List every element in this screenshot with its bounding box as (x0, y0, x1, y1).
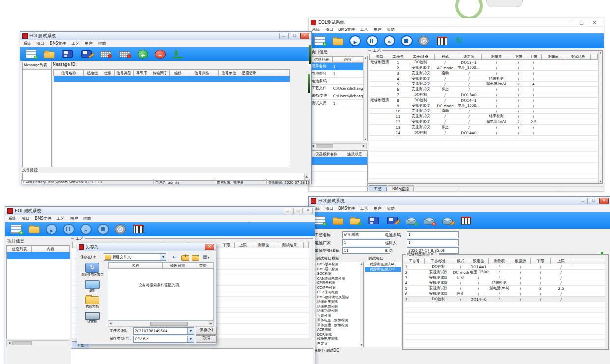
column-header[interactable]: 模式 (452, 258, 469, 264)
column-header[interactable]: 测量项 (489, 258, 510, 264)
table-row[interactable]: 4安规测试仪//结果检测/// (404, 280, 605, 286)
list-item[interactable]: ACR测试 (312, 328, 363, 333)
column-header[interactable]: 项目 (370, 54, 389, 60)
minimize-button[interactable]: ▁ (283, 208, 292, 214)
process-name-input[interactable]: 耐压测试 (342, 231, 390, 238)
menu-BMS文件[interactable]: BMS文件 (338, 27, 355, 32)
menu-系统[interactable]: 系统 (23, 41, 31, 46)
column-header[interactable]: 上限 (551, 258, 572, 264)
message-list-panel[interactable]: Message列表 (22, 62, 52, 167)
dialog-close-button[interactable]: × (205, 244, 214, 250)
menu-帮助[interactable]: 帮助 (387, 27, 394, 32)
table-row[interactable]: BMS文件C:\Users\lichangjiang\Desktop\ (311, 92, 364, 100)
column-header[interactable] (304, 242, 309, 248)
list-item[interactable]: SOC检测 (312, 272, 363, 277)
menu-BMS文件[interactable]: BMS文件 (35, 216, 51, 221)
menu-系统[interactable]: 系统 (8, 216, 16, 221)
column-header[interactable]: 测试结果 (276, 242, 304, 248)
minus-circle-icon[interactable] (155, 50, 166, 59)
column-header[interactable]: 信号属性 (186, 70, 218, 76)
db-edit-icon[interactable] (442, 219, 453, 225)
up-folder-icon[interactable] (181, 255, 189, 261)
close-button[interactable]: × (599, 198, 609, 204)
battery-model-input[interactable]: 11 (342, 247, 390, 254)
table-row[interactable]: 6安规测试仪停止//// (370, 87, 598, 92)
maximize-button[interactable]: ▢ (589, 198, 598, 204)
maximize-button[interactable]: ▢ (293, 208, 303, 214)
column-header[interactable]: 名称 (109, 263, 163, 269)
minimize-button[interactable]: ▁ (579, 198, 588, 204)
column-header[interactable]: 位数 (101, 70, 114, 76)
close-button[interactable]: × (300, 33, 309, 39)
stop-icon[interactable] (97, 224, 109, 235)
db-remove-icon[interactable] (424, 219, 435, 225)
place-recent-places[interactable]: 最近使用的项目 (79, 263, 106, 277)
list-item[interactable]: 绝缘电阻检测 (312, 305, 363, 309)
scroll-left-icon[interactable]: ◀ (7, 341, 12, 345)
pause-icon[interactable] (63, 224, 75, 235)
menu-用户[interactable]: 用户 (84, 41, 92, 46)
table-row[interactable] (54, 76, 290, 82)
list-item[interactable]: BMS故障读取及清除 (312, 295, 363, 300)
battery-barcode-input[interactable]: 1 (407, 231, 459, 238)
download-icon[interactable] (173, 50, 183, 58)
menu-用户[interactable]: 用户 (373, 27, 381, 32)
column-header[interactable]: 信号类型 (114, 70, 133, 76)
column-header[interactable] (276, 70, 289, 76)
close-button[interactable]: × (304, 208, 313, 214)
list-item[interactable]: 单体电压一致性检测 (312, 318, 363, 323)
table-row[interactable]: 11安规测试仪//结果检测// (370, 114, 598, 119)
new-doc-icon[interactable] (314, 36, 325, 45)
plus-circle-icon[interactable] (138, 50, 148, 59)
menu-项目[interactable]: 项目 (36, 41, 44, 46)
table-row[interactable]: 绝缘耐压测...8DO控制/DO14=1/// (370, 98, 598, 103)
column-header[interactable]: 修改日期 (162, 263, 193, 269)
column-header[interactable]: 仪器模块名称 (311, 151, 342, 157)
scroll-thumb[interactable] (150, 322, 188, 326)
list-item[interactable]: 模块电压测试 (312, 337, 363, 342)
grid-add-icon[interactable] (119, 51, 130, 57)
folder-icon[interactable] (44, 52, 55, 58)
save-icon[interactable] (368, 217, 379, 224)
save-button[interactable]: 保存(S) (196, 327, 217, 335)
play-icon[interactable] (46, 224, 57, 235)
file-list-area[interactable]: 名称修改日期类型 没有与搜索条件匹配的项。 (108, 262, 214, 321)
place-desktop[interactable]: 桌面 (79, 280, 106, 293)
save-icon[interactable] (62, 50, 73, 58)
list-item[interactable]: CAN终端电阻检测 (312, 277, 363, 281)
table-row[interactable] (7, 252, 70, 259)
column-header[interactable]: 设定值 (456, 54, 482, 60)
table-row[interactable]: 4安规测试仪//结果检测// (370, 76, 598, 82)
table-row[interactable]: 9安规测试仪DC mode电压_1500.../// (370, 103, 598, 109)
menu-工艺[interactable]: 工艺 (360, 206, 368, 211)
titlebar[interactable]: EOL测试系统 ▁ ▢ × (5, 207, 315, 215)
folder-open-icon[interactable] (333, 218, 343, 225)
scroll-thumb[interactable] (12, 341, 32, 345)
editor-input[interactable]: 1 (407, 239, 459, 246)
filetype-select[interactable]: CSV file ▼ (133, 336, 194, 343)
battery-vendor-input[interactable]: 1 (342, 239, 390, 246)
grid-add-icon[interactable] (100, 51, 111, 57)
minimize-button[interactable]: – (568, 20, 570, 25)
save-in-combobox[interactable]: 新建文件夹 ▼ (104, 253, 166, 261)
column-header[interactable]: 工步/设备 (407, 54, 435, 60)
barcode-icon[interactable] (461, 217, 471, 225)
horizontal-scrollbar[interactable]: ◀ ▶ (310, 143, 367, 149)
list-item[interactable]: 绝缘耐压测试DC (365, 267, 401, 272)
table-row[interactable]: 测试人员1 (311, 100, 364, 107)
vertical-scrollbar[interactable] (598, 51, 602, 183)
menu-工艺[interactable]: 工艺 (56, 216, 64, 221)
column-header[interactable]: 字节序 (133, 70, 150, 76)
forward-icon[interactable] (384, 35, 395, 46)
column-header[interactable]: 上限 (235, 242, 251, 248)
forward-icon[interactable] (80, 224, 92, 235)
menu-帮助[interactable]: 帮助 (83, 216, 91, 221)
db-add-icon[interactable] (406, 219, 416, 225)
column-header[interactable]: 工步/设备 (425, 258, 452, 264)
column-header[interactable]: 测量值 (542, 54, 565, 60)
chevron-down-icon[interactable]: ▼ (160, 254, 166, 260)
menu-项目[interactable]: 项目 (325, 206, 333, 211)
menu-BMS文件[interactable]: BMS文件 (338, 206, 355, 211)
list-item[interactable]: 互锁检测 (312, 314, 363, 319)
column-header[interactable]: 下限 (219, 242, 235, 248)
